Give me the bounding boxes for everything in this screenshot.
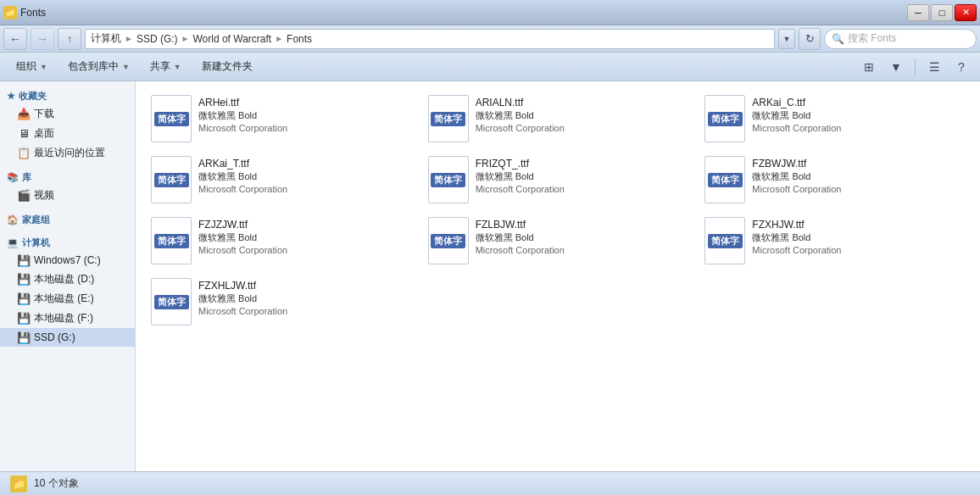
file-font-name: 微软雅黑 Bold bbox=[476, 170, 688, 183]
share-button[interactable]: 共享 ▼ bbox=[141, 56, 191, 78]
include-arrow: ▼ bbox=[122, 63, 130, 71]
thumb-label: 简体字 bbox=[708, 112, 743, 126]
file-info: FRIZQT_.ttf 微软雅黑 Bold Microsoft Corporat… bbox=[476, 156, 688, 194]
address-dropdown[interactable]: ▼ bbox=[778, 29, 795, 49]
new-folder-button[interactable]: 新建文件夹 bbox=[192, 56, 262, 78]
sidebar-item-local-e[interactable]: 💾 本地磁盘 (E:) bbox=[0, 289, 135, 309]
path-arrow-3: ► bbox=[275, 34, 283, 43]
folder-icon: 📁 bbox=[3, 6, 17, 19]
close-button[interactable]: ✕ bbox=[955, 4, 977, 21]
sidebar-section-library[interactable]: 📚 库 bbox=[0, 168, 135, 186]
include-label: 包含到库中 bbox=[68, 59, 119, 74]
toolbar-right: ⊞ ▼ ☰ ? bbox=[857, 56, 973, 78]
sidebar-section-homegroup[interactable]: 🏠 家庭组 bbox=[0, 210, 135, 228]
organize-label: 组织 bbox=[16, 59, 36, 74]
file-corp: Microsoft Corporation bbox=[198, 123, 411, 133]
thumb-corner bbox=[181, 157, 191, 167]
sidebar-item-recent[interactable]: 📋 最近访问的位置 bbox=[0, 143, 135, 163]
refresh-button[interactable]: ↻ bbox=[799, 28, 821, 50]
file-item[interactable]: 简体字 FZLBJW.ttf 微软雅黑 Bold Microsoft Corpo… bbox=[421, 212, 695, 270]
file-item[interactable]: 简体字 ARIALN.ttf 微软雅黑 Bold Microsoft Corpo… bbox=[421, 90, 695, 147]
thumb-corner bbox=[181, 96, 191, 106]
homegroup-label: 家庭组 bbox=[22, 214, 50, 226]
sidebar: ★ 收藏夹 📥 下载 🖥 桌面 📋 最近访问的位置 📚 库 🎬 视频 🏠 家庭组 bbox=[0, 81, 136, 471]
file-item[interactable]: 简体字 ARHei.ttf 微软雅黑 Bold Microsoft Corpor… bbox=[144, 90, 418, 147]
address-path[interactable]: 计算机 ► SSD (G:) ► World of Warcraft ► Fon… bbox=[85, 29, 775, 49]
disk-d-icon: 💾 bbox=[17, 273, 31, 286]
view-toggle-button[interactable]: ⊞ bbox=[857, 56, 881, 78]
file-font-name: 微软雅黑 Bold bbox=[198, 170, 411, 183]
search-icon: 🔍 bbox=[832, 33, 844, 45]
view-dropdown-button[interactable]: ▼ bbox=[884, 56, 908, 78]
details-pane-button[interactable]: ☰ bbox=[922, 56, 946, 78]
file-item[interactable]: 简体字 ARKai_T.ttf 微软雅黑 Bold Microsoft Corp… bbox=[144, 151, 418, 209]
file-info: FZJZJW.ttf 微软雅黑 Bold Microsoft Corporati… bbox=[198, 217, 411, 255]
path-segment-fonts[interactable]: Fonts bbox=[287, 33, 312, 45]
maximize-button[interactable]: □ bbox=[931, 4, 953, 21]
file-corp: Microsoft Corporation bbox=[198, 245, 411, 255]
file-corp: Microsoft Corporation bbox=[476, 123, 688, 133]
title-bar-title: Fonts bbox=[20, 7, 46, 19]
file-item[interactable]: 简体字 FZBWJW.ttf 微软雅黑 Bold Microsoft Corpo… bbox=[698, 151, 972, 209]
download-icon: 📥 bbox=[17, 108, 31, 121]
thumb-label: 简体字 bbox=[431, 112, 465, 126]
sidebar-item-local-d[interactable]: 💾 本地磁盘 (D:) bbox=[0, 270, 135, 289]
sidebar-section-favorites[interactable]: ★ 收藏夹 bbox=[0, 86, 135, 104]
file-font-name: 微软雅黑 Bold bbox=[752, 231, 965, 244]
thumb-label: 简体字 bbox=[708, 173, 743, 187]
minimize-button[interactable]: ─ bbox=[907, 4, 929, 21]
file-name: FZXHJW.ttf bbox=[752, 219, 965, 231]
status-count: 10 个对象 bbox=[34, 476, 79, 491]
sidebar-section-computer[interactable]: 💻 计算机 bbox=[0, 233, 135, 251]
up-button[interactable]: ↑ bbox=[58, 28, 81, 50]
file-font-name: 微软雅黑 Bold bbox=[752, 109, 965, 122]
file-item[interactable]: 简体字 ARKai_C.ttf 微软雅黑 Bold Microsoft Corp… bbox=[698, 90, 972, 147]
file-item[interactable]: 简体字 FRIZQT_.ttf 微软雅黑 Bold Microsoft Corp… bbox=[421, 151, 695, 209]
file-font-name: 微软雅黑 Bold bbox=[198, 109, 411, 122]
windows7-label: Windows7 (C:) bbox=[34, 254, 101, 266]
file-thumbnail: 简体字 bbox=[151, 217, 192, 264]
sidebar-item-desktop[interactable]: 🖥 桌面 bbox=[0, 124, 135, 143]
search-box[interactable]: 🔍 搜索 Fonts bbox=[824, 29, 977, 49]
sidebar-item-windows7[interactable]: 💾 Windows7 (C:) bbox=[0, 251, 135, 270]
file-info: ARKai_C.ttf 微软雅黑 Bold Microsoft Corporat… bbox=[752, 95, 965, 133]
path-segment-ssd[interactable]: SSD (G:) bbox=[136, 33, 178, 45]
file-corp: Microsoft Corporation bbox=[198, 184, 411, 194]
sidebar-item-ssd-g[interactable]: 💾 SSD (G:) bbox=[0, 328, 135, 347]
organize-button[interactable]: 组织 ▼ bbox=[7, 56, 57, 78]
file-item[interactable]: 简体字 FZXHJW.ttf 微软雅黑 Bold Microsoft Corpo… bbox=[698, 212, 972, 270]
sidebar-item-download[interactable]: 📥 下载 bbox=[0, 104, 135, 124]
sidebar-item-local-f[interactable]: 💾 本地磁盘 (F:) bbox=[0, 309, 135, 328]
path-arrow-2: ► bbox=[181, 34, 190, 43]
recent-icon: 📋 bbox=[17, 147, 31, 160]
disk-g-icon: 💾 bbox=[17, 331, 31, 344]
thumb-corner bbox=[181, 218, 191, 228]
path-segment-computer[interactable]: 计算机 bbox=[91, 31, 121, 46]
include-button[interactable]: 包含到库中 ▼ bbox=[58, 56, 139, 78]
local-f-label: 本地磁盘 (F:) bbox=[34, 311, 93, 325]
path-segment-wow[interactable]: World of Warcraft bbox=[192, 33, 271, 45]
file-thumbnail: 简体字 bbox=[151, 278, 192, 325]
file-name: FZJZJW.ttf bbox=[198, 219, 411, 231]
file-area: 简体字 ARHei.ttf 微软雅黑 Bold Microsoft Corpor… bbox=[136, 81, 980, 471]
desktop-label: 桌面 bbox=[34, 126, 54, 141]
file-thumbnail: 简体字 bbox=[428, 217, 469, 264]
back-button[interactable]: ← bbox=[3, 28, 27, 50]
file-font-name: 微软雅黑 Bold bbox=[198, 292, 411, 305]
file-name: ARKai_T.ttf bbox=[198, 158, 411, 170]
sidebar-item-video[interactable]: 🎬 视频 bbox=[0, 186, 135, 205]
file-item[interactable]: 简体字 FZXHLJW.ttf 微软雅黑 Bold Microsoft Corp… bbox=[144, 273, 418, 331]
search-placeholder: 搜索 Fonts bbox=[848, 31, 896, 46]
share-arrow: ▼ bbox=[174, 63, 181, 71]
toolbar: 组织 ▼ 包含到库中 ▼ 共享 ▼ 新建文件夹 ⊞ ▼ ☰ ? bbox=[0, 53, 980, 81]
help-button[interactable]: ? bbox=[949, 56, 973, 78]
thumb-label: 简体字 bbox=[154, 295, 189, 309]
forward-button[interactable]: → bbox=[31, 28, 54, 50]
file-font-name: 微软雅黑 Bold bbox=[752, 170, 965, 183]
library-label: 库 bbox=[22, 171, 31, 184]
file-item[interactable]: 简体字 FZJZJW.ttf 微软雅黑 Bold Microsoft Corpo… bbox=[144, 212, 418, 270]
file-name: FRIZQT_.ttf bbox=[476, 158, 688, 170]
file-info: FZXHJW.ttf 微软雅黑 Bold Microsoft Corporati… bbox=[752, 217, 965, 255]
file-name: ARHei.ttf bbox=[198, 97, 411, 108]
main-container: ★ 收藏夹 📥 下载 🖥 桌面 📋 最近访问的位置 📚 库 🎬 视频 🏠 家庭组 bbox=[0, 81, 980, 471]
